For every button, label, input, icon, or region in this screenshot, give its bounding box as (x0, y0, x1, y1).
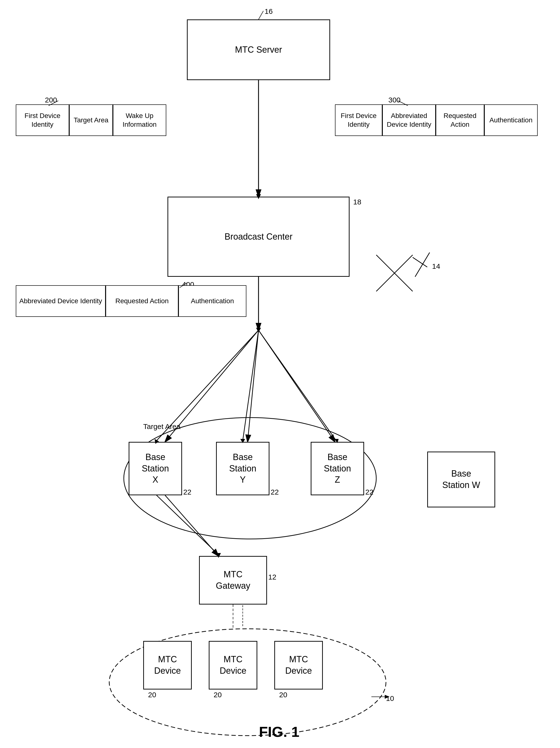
svg-marker-22 (256, 328, 261, 333)
svg-line-6 (248, 330, 258, 442)
mtc-device-1-label: MTCDevice (154, 654, 181, 677)
ref-22-x: 22 (183, 488, 191, 496)
mtc-device-3-box: MTCDevice (274, 641, 323, 689)
mtc-device-1-box: MTCDevice (143, 641, 192, 689)
svg-line-25 (243, 330, 258, 441)
ref-20-2: 20 (214, 691, 221, 699)
broadcast-center-label: Broadcast Center (225, 231, 293, 242)
msg300-field1: First DeviceIdentity (335, 104, 382, 136)
svg-line-29 (157, 495, 218, 555)
svg-line-27 (258, 330, 336, 441)
ref-22-y: 22 (271, 488, 279, 496)
msg300-field3: RequestedAction (436, 104, 484, 136)
ref-200: 200 (45, 96, 57, 104)
base-station-w-box: BaseStation W (427, 451, 495, 508)
mtc-gateway-box: MTCGateway (199, 556, 267, 605)
base-station-x-box: BaseStationX (129, 442, 182, 495)
ref14-arrow (405, 248, 454, 284)
base-station-z-box: BaseStationZ (311, 442, 364, 495)
mtc-gateway-label: MTCGateway (216, 569, 250, 592)
base-station-w-label: BaseStation W (442, 468, 480, 491)
ref-22-z: 22 (365, 488, 373, 496)
base-station-z-label: BaseStationZ (324, 451, 351, 486)
ref-20-3: 20 (279, 691, 287, 699)
mtc-server-label: MTC Server (235, 44, 282, 55)
ref-12: 12 (268, 573, 276, 581)
broadcast-center-box: Broadcast Center (167, 197, 350, 277)
msg200-field1: First DeviceIdentity (16, 104, 69, 136)
msg200-field2: Target Area (69, 104, 113, 136)
mtc-device-2-box: MTCDevice (209, 641, 257, 689)
svg-line-15 (258, 11, 263, 19)
svg-line-14 (415, 253, 430, 277)
diagram: 16 MTC Server 200 First DeviceIdentity T… (0, 0, 560, 748)
msg400-field3: Authentication (179, 285, 247, 317)
ref-18: 18 (353, 198, 361, 206)
target-area-label: Target Area (143, 422, 180, 431)
svg-line-8 (165, 495, 218, 556)
mtc-device-3-label: MTCDevice (285, 654, 312, 677)
base-station-x-label: BaseStationX (142, 451, 169, 486)
svg-line-7 (258, 330, 335, 442)
base-station-y-label: BaseStationY (229, 451, 256, 486)
msg400-field1: Abbreviated Device Identity (16, 285, 106, 317)
ref-20-1: 20 (148, 691, 156, 699)
msg300-field4: Authentication (484, 104, 538, 136)
msg200-field3: Wake UpInformation (113, 104, 166, 136)
ref-300: 300 (389, 96, 400, 104)
ref-16: 16 (264, 7, 273, 16)
base-station-y-box: BaseStationY (216, 442, 270, 495)
figure-label: FIG. 1 (218, 723, 340, 740)
ref-10: 10 (386, 694, 394, 703)
mtc-device-2-label: MTCDevice (220, 654, 247, 677)
mtc-server-box: MTC Server (187, 19, 330, 80)
msg300-field2: AbbreviatedDevice Identity (382, 104, 436, 136)
msg400-field2: Requested Action (106, 285, 179, 317)
